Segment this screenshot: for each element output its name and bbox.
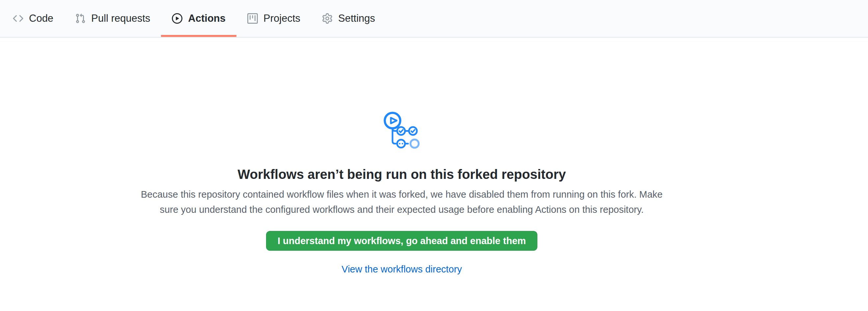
actions-blankslate: Workflows aren’t being run on this forke… — [0, 37, 803, 275]
tab-code[interactable]: Code — [2, 0, 64, 37]
tab-pull-requests[interactable]: Pull requests — [64, 0, 161, 37]
git-pull-request-icon — [75, 13, 86, 24]
tab-settings[interactable]: Settings — [311, 0, 386, 37]
blankslate-description: Because this repository contained workfl… — [135, 187, 669, 217]
tab-code-label: Code — [29, 12, 53, 24]
enable-workflows-button[interactable]: I understand my workflows, go ahead and … — [266, 231, 537, 251]
tab-projects[interactable]: Projects — [237, 0, 311, 37]
project-board-icon — [247, 13, 258, 24]
tab-projects-label: Projects — [264, 12, 300, 24]
tab-pull-requests-label: Pull requests — [91, 12, 150, 24]
tab-actions-label: Actions — [188, 12, 225, 24]
play-circle-icon — [172, 13, 182, 24]
tab-settings-label: Settings — [338, 12, 375, 24]
code-icon — [13, 13, 23, 24]
blankslate-heading: Workflows aren’t being run on this forke… — [238, 166, 566, 182]
gear-icon — [322, 13, 333, 24]
tab-actions[interactable]: Actions — [161, 0, 237, 37]
repo-tab-nav: Code Pull requests Actions Projects Sett… — [0, 0, 868, 37]
view-workflows-directory-link[interactable]: View the workflows directory — [341, 264, 462, 275]
actions-workflow-graph-icon — [383, 112, 420, 149]
